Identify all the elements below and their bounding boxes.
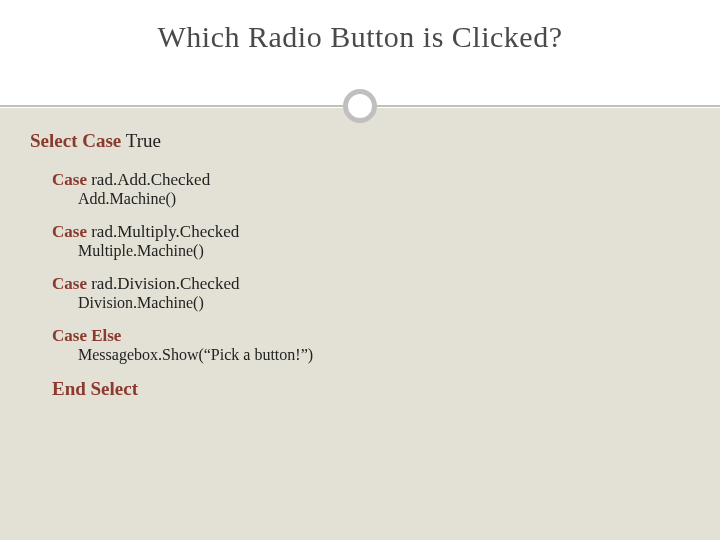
end-select-keyword: End Select bbox=[52, 378, 138, 399]
case-body: Division.Machine() bbox=[78, 294, 690, 312]
case-block-2: Case rad.Division.Checked Division.Machi… bbox=[30, 274, 690, 312]
case-else-line: Case Else bbox=[52, 326, 690, 346]
case-keyword: Case bbox=[52, 222, 87, 241]
select-keyword: Select Case bbox=[30, 130, 121, 151]
select-expression: True bbox=[126, 130, 161, 151]
case-block-0: Case rad.Add.Checked Add.Machine() bbox=[30, 170, 690, 208]
case-else-keyword: Case Else bbox=[52, 326, 121, 345]
end-select-line: End Select bbox=[52, 378, 690, 400]
case-expression: rad.Add.Checked bbox=[91, 170, 210, 189]
case-block-else: Case Else Messagebox.Show(“Pick a button… bbox=[30, 326, 690, 364]
case-keyword: Case bbox=[52, 170, 87, 189]
case-body: Messagebox.Show(“Pick a button!”) bbox=[78, 346, 690, 364]
case-expression: rad.Division.Checked bbox=[91, 274, 239, 293]
slide: Which Radio Button is Clicked? Select Ca… bbox=[0, 0, 720, 540]
case-body: Add.Machine() bbox=[78, 190, 690, 208]
case-block-1: Case rad.Multiply.Checked Multiple.Machi… bbox=[30, 222, 690, 260]
content-background: Select Case True Case rad.Add.Checked Ad… bbox=[0, 108, 720, 512]
case-line: Case rad.Add.Checked bbox=[52, 170, 690, 190]
footer-strip bbox=[0, 512, 720, 540]
case-expression: rad.Multiply.Checked bbox=[91, 222, 239, 241]
case-line: Case rad.Multiply.Checked bbox=[52, 222, 690, 242]
select-case-line: Select Case True bbox=[30, 130, 690, 152]
case-body: Multiple.Machine() bbox=[78, 242, 690, 260]
slide-title: Which Radio Button is Clicked? bbox=[40, 20, 680, 54]
case-line: Case rad.Division.Checked bbox=[52, 274, 690, 294]
divider-circle-icon bbox=[343, 89, 377, 123]
code-content: Select Case True Case rad.Add.Checked Ad… bbox=[0, 108, 720, 410]
case-keyword: Case bbox=[52, 274, 87, 293]
